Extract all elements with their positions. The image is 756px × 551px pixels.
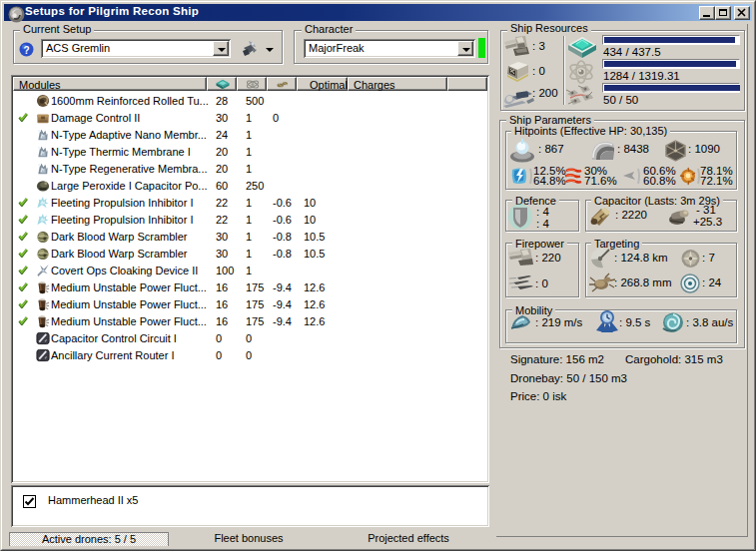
svg-text:?: ?	[23, 45, 29, 56]
